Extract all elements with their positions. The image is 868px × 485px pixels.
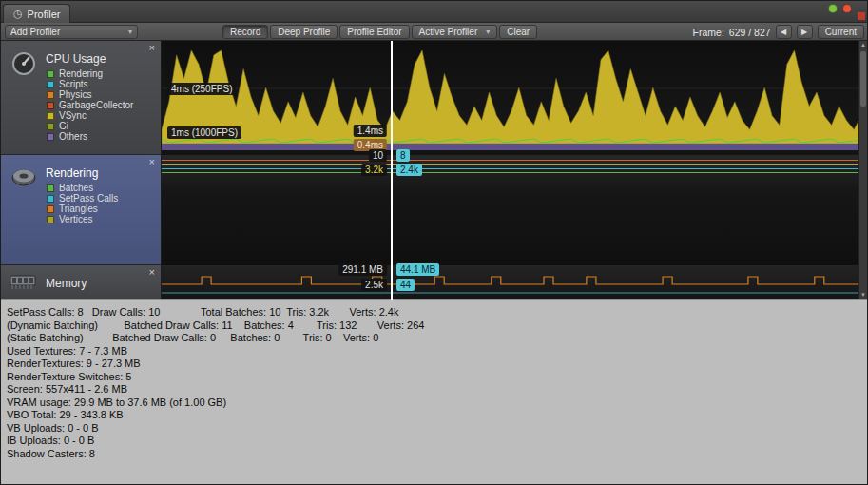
legend-color-swatch[interactable] — [47, 102, 54, 109]
rendering-module-icon — [10, 164, 38, 192]
profiler-window: ◷ Profiler Add Profiler ▾ Record Deep Pr… — [0, 0, 868, 485]
scrollbar-thumb[interactable] — [860, 51, 866, 107]
module-card-cpu[interactable]: ×CPU UsageRenderingScriptsPhysicsGarbage… — [1, 41, 161, 155]
legend-color-swatch[interactable] — [47, 123, 54, 130]
next-frame-button[interactable]: ▶ — [797, 25, 813, 39]
toolbar-button-group: Record Deep Profile Profile Editor Activ… — [222, 25, 537, 39]
legend-item[interactable]: Vertices — [47, 214, 118, 224]
legend-color-swatch[interactable] — [47, 112, 54, 120]
stats-line: VRAM usage: 29.9 MB to 37.6 MB (of 1.00 … — [7, 397, 867, 410]
module-card-rendering[interactable]: ×RenderingBatchesSetPass CallsTrianglesV… — [1, 155, 161, 265]
stats-panel: SetPass Calls: 8 Draw Calls: 10 Total Ba… — [1, 299, 867, 484]
memory-badge-objects: 2.5k — [361, 279, 387, 291]
legend-label: Scripts — [59, 79, 88, 89]
memory-module-icon — [10, 272, 36, 293]
rendering-chart[interactable] — [162, 155, 859, 266]
legend-label: GarbageCollector — [59, 100, 133, 110]
module-title: Rendering — [46, 166, 98, 180]
legend-label: Triangles — [59, 204, 98, 214]
module-title: CPU Usage — [46, 52, 106, 66]
profile-editor-button[interactable]: Profile Editor — [339, 25, 409, 39]
toolbar: Add Profiler ▾ Record Deep Profile Profi… — [1, 23, 867, 41]
module-legend: BatchesSetPass CallsTrianglesVertices — [47, 183, 118, 224]
chevron-down-icon: ▾ — [486, 28, 490, 36]
module-legend: RenderingScriptsPhysicsGarbageCollectorV… — [47, 68, 133, 142]
close-icon[interactable]: × — [149, 157, 155, 167]
legend-color-swatch[interactable] — [47, 81, 54, 88]
stats-line: Screen: 557x411 - 2.6 MB — [7, 383, 867, 397]
memory-chart[interactable] — [162, 265, 859, 300]
legend-item[interactable]: Physics — [47, 89, 133, 100]
legend-label: VSync — [59, 110, 87, 121]
legend-color-swatch[interactable] — [47, 195, 54, 203]
module-card-memory[interactable]: ×Memory — [1, 265, 161, 300]
current-frame-button[interactable]: Current — [818, 25, 864, 39]
legend-label: Vertices — [59, 214, 93, 224]
legend-item[interactable]: Triangles — [47, 204, 118, 214]
titlebar: ◷ Profiler — [1, 1, 867, 23]
legend-item[interactable]: GarbageCollector — [47, 100, 133, 110]
rendering-badge-setpass: 8 — [396, 149, 410, 162]
active-profiler-label: Active Profiler — [419, 27, 478, 37]
frame-controls: Frame: 629 / 827 ◀ ▶ Current — [693, 25, 864, 39]
stats-line: IB Uploads: 0 - 0 B — [7, 435, 867, 448]
legend-item[interactable]: Scripts — [47, 79, 133, 89]
legend-color-swatch[interactable] — [47, 91, 54, 99]
memory-badge-allocated: 44.1 MB — [396, 263, 439, 276]
active-profiler-dropdown[interactable]: Active Profiler ▾ — [412, 25, 498, 39]
cpu-grid-label-bottom: 1ms (1000FPS) — [167, 126, 241, 139]
tab-profiler[interactable]: ◷ Profiler — [3, 4, 70, 23]
stats-line: (Static Batching) Batched Draw Calls: 0 … — [7, 332, 867, 345]
stats-line: (Dynamic Batching) Batched Draw Calls: 1… — [7, 320, 867, 333]
add-profiler-label: Add Profiler — [10, 27, 60, 37]
cpu-selected-time-badge: 1.4ms — [354, 125, 387, 137]
window-controls — [828, 4, 852, 13]
legend-label: Rendering — [59, 68, 103, 79]
record-indicator-icon — [858, 12, 865, 20]
legend-label: Batches — [59, 183, 93, 193]
frame-label: Frame: — [693, 27, 724, 38]
legend-color-swatch[interactable] — [47, 205, 54, 213]
vertical-scrollbar[interactable]: ▲ ▼ — [858, 41, 867, 300]
rendering-series-line-vertices — [162, 164, 859, 165]
rendering-badge-tris: 3.2k — [361, 164, 387, 176]
legend-color-swatch[interactable] — [47, 70, 54, 78]
close-icon[interactable]: × — [149, 43, 155, 53]
legend-item[interactable]: Batches — [47, 183, 118, 193]
legend-label: SetPass Calls — [59, 193, 118, 204]
chevron-down-icon: ▾ — [128, 28, 132, 36]
prev-frame-button[interactable]: ◀ — [776, 25, 792, 39]
cpu-grid-label-top: 4ms (250FPS) — [167, 83, 236, 95]
legend-color-swatch[interactable] — [47, 216, 54, 223]
scroll-up-icon[interactable]: ▲ — [859, 41, 867, 49]
frame-value: 629 / 827 — [729, 27, 771, 38]
legend-item[interactable]: VSync — [47, 110, 133, 121]
cpu-usage-chart[interactable] — [162, 41, 859, 156]
legend-color-swatch[interactable] — [47, 184, 54, 192]
close-icon[interactable]: × — [149, 267, 155, 278]
module-sidebar: ×CPU UsageRenderingScriptsPhysicsGarbage… — [1, 41, 162, 300]
window-minimize-icon[interactable] — [828, 4, 838, 13]
stats-line: VBO Total: 29 - 343.8 KB — [7, 409, 867, 422]
current-frame-marker — [391, 41, 393, 300]
rendering-series-line-setpass-calls — [162, 168, 859, 169]
deep-profile-button[interactable]: Deep Profile — [270, 25, 338, 39]
profiler-clock-icon: ◷ — [13, 8, 23, 20]
stats-line: VB Uploads: 0 - 0 B — [7, 422, 867, 436]
rendering-badge-drawcalls: 10 — [369, 149, 387, 162]
legend-color-swatch[interactable] — [47, 133, 54, 141]
legend-item[interactable]: Rendering — [47, 68, 133, 79]
clear-button[interactable]: Clear — [499, 25, 537, 39]
stats-line: Shadow Casters: 8 — [7, 448, 867, 461]
legend-item[interactable]: SetPass Calls — [47, 193, 118, 204]
record-button[interactable]: Record — [222, 25, 268, 39]
legend-item[interactable]: Gi — [47, 121, 133, 131]
rendering-series-line-triangles — [162, 160, 859, 161]
window-close-icon[interactable] — [842, 4, 852, 13]
stats-line: SetPass Calls: 8 Draw Calls: 10 Total Ba… — [7, 306, 867, 320]
rendering-series-line-batches — [162, 172, 859, 173]
add-profiler-dropdown[interactable]: Add Profiler ▾ — [5, 25, 138, 39]
legend-label: Physics — [59, 89, 91, 100]
window-title: Profiler — [28, 9, 61, 20]
legend-item[interactable]: Others — [47, 131, 133, 142]
